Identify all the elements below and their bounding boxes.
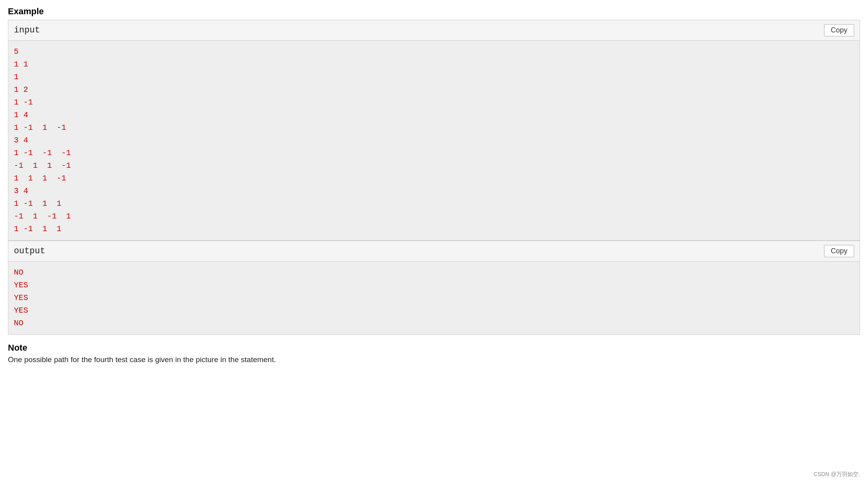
output-header: output Copy: [8, 241, 860, 262]
input-label: input: [14, 25, 40, 35]
copy-input-button[interactable]: Copy: [824, 24, 854, 36]
note-title: Note: [8, 343, 860, 353]
note-section: Note One possible path for the fourth te…: [8, 343, 860, 364]
input-block: input Copy 5 1 1 1 1 2 1 -1 1 4 1 -1 1 -…: [8, 20, 860, 241]
output-label: output: [14, 246, 45, 256]
note-text: One possible path for the fourth test ca…: [8, 355, 860, 364]
output-content: NO YES YES YES NO: [8, 262, 860, 334]
example-title: Example: [8, 6, 860, 17]
copy-output-button[interactable]: Copy: [824, 245, 854, 257]
footer-text: CSDN @万羽如空.: [813, 471, 860, 478]
output-block: output Copy NO YES YES YES NO: [8, 241, 860, 335]
input-header: input Copy: [8, 20, 860, 41]
input-content: 5 1 1 1 1 2 1 -1 1 4 1 -1 1 -1 3 4 1 -1 …: [8, 41, 860, 240]
example-section: Example input Copy 5 1 1 1 1 2 1 -1 1 4 …: [8, 6, 860, 335]
